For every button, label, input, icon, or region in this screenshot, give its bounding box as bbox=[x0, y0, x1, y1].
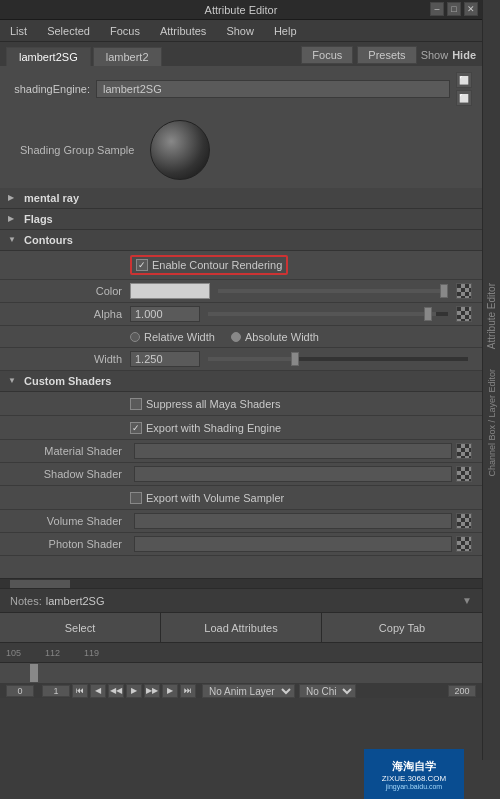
transport-end[interactable]: ⏭ bbox=[180, 684, 196, 698]
notes-dropdown-arrow[interactable]: ▼ bbox=[462, 595, 472, 606]
transport-prev[interactable]: ◀ bbox=[90, 684, 106, 698]
close-button[interactable]: ✕ bbox=[464, 2, 478, 16]
alpha-value bbox=[130, 306, 472, 322]
current-frame-input[interactable] bbox=[42, 685, 70, 697]
export-shading-engine-checkbox[interactable] bbox=[130, 422, 142, 434]
chi-layer-select[interactable]: No Chi bbox=[299, 684, 356, 698]
section-contours[interactable]: ▼ Contours bbox=[0, 230, 482, 251]
transport-play[interactable]: ▶ bbox=[126, 684, 142, 698]
enable-contour-rendering-label: Enable Contour Rendering bbox=[152, 259, 282, 271]
alpha-row: Alpha bbox=[0, 303, 482, 326]
tab-lambert2sg[interactable]: lambert2SG bbox=[6, 47, 91, 66]
presets-button[interactable]: Presets bbox=[357, 46, 416, 64]
menu-selected[interactable]: Selected bbox=[43, 23, 94, 39]
transport-next[interactable]: ▶ bbox=[162, 684, 178, 698]
section-custom-shaders[interactable]: ▼ Custom Shaders bbox=[0, 371, 482, 392]
transport-play-fwd[interactable]: ▶▶ bbox=[144, 684, 160, 698]
alpha-input[interactable] bbox=[130, 306, 200, 322]
timeline-slider[interactable] bbox=[30, 664, 38, 682]
custom-shaders-title: Custom Shaders bbox=[24, 375, 111, 387]
menu-attributes[interactable]: Attributes bbox=[156, 23, 210, 39]
transport-play-back[interactable]: ◀◀ bbox=[108, 684, 124, 698]
watermark-line2: ZIXUE.3068.COM bbox=[382, 774, 446, 783]
section-mentalray[interactable]: ▶ mental ray bbox=[0, 188, 482, 209]
color-label: Color bbox=[20, 285, 130, 297]
photon-shader-input[interactable] bbox=[134, 536, 452, 552]
enable-contour-rendering-highlight: Enable Contour Rendering bbox=[130, 255, 288, 275]
export-volume-sampler-label: Export with Volume Sampler bbox=[146, 492, 284, 504]
alpha-slider-thumb[interactable] bbox=[424, 307, 432, 321]
shading-engine-label: shadingEngine: bbox=[10, 83, 90, 95]
section-flags[interactable]: ▶ Flags bbox=[0, 209, 482, 230]
color-value bbox=[130, 283, 472, 299]
volume-shader-checker[interactable] bbox=[456, 513, 472, 529]
show-link[interactable]: Show bbox=[421, 49, 449, 61]
shadow-shader-checker[interactable] bbox=[456, 466, 472, 482]
suppress-maya-shaders-label: Suppress all Maya Shaders bbox=[146, 398, 281, 410]
absolute-width-label: Absolute Width bbox=[245, 331, 319, 343]
horizontal-scrollbar[interactable] bbox=[0, 578, 482, 588]
hide-link[interactable]: Hide bbox=[452, 49, 476, 61]
width-slider-thumb[interactable] bbox=[291, 352, 299, 366]
contours-arrow: ▼ bbox=[8, 235, 18, 245]
horiz-scroll-thumb[interactable] bbox=[10, 580, 70, 588]
menu-list[interactable]: List bbox=[6, 23, 31, 39]
relative-width-group: Relative Width bbox=[130, 331, 215, 343]
minimize-button[interactable]: – bbox=[430, 2, 444, 16]
suppress-maya-shaders-checkbox[interactable] bbox=[130, 398, 142, 410]
export-shading-engine-plain: Export with Shading Engine bbox=[130, 422, 281, 434]
menu-show[interactable]: Show bbox=[222, 23, 258, 39]
content-area[interactable]: ▶ mental ray ▶ Flags ▼ Contours Enable C… bbox=[0, 188, 482, 578]
se-icon-bottom[interactable]: ⬜ bbox=[456, 90, 472, 106]
relative-width-label: Relative Width bbox=[144, 331, 215, 343]
sidebar-label-attribute-editor[interactable]: Attribute Editor bbox=[486, 283, 497, 349]
title-bar-controls: – □ ✕ bbox=[430, 2, 478, 16]
width-input[interactable] bbox=[130, 351, 200, 367]
copy-tab-button[interactable]: Copy Tab bbox=[322, 613, 482, 642]
export-shading-engine-row: Export with Shading Engine bbox=[0, 416, 482, 440]
layer-row: No Anim Layer No Chi bbox=[198, 684, 440, 698]
color-checker-icon[interactable] bbox=[456, 283, 472, 299]
se-icon-top[interactable]: ⬜ bbox=[456, 72, 472, 88]
material-shader-label: Material Shader bbox=[20, 445, 130, 457]
tab-lambert2[interactable]: lambert2 bbox=[93, 47, 162, 66]
timeline-start-input[interactable] bbox=[6, 685, 34, 697]
color-swatch[interactable] bbox=[130, 283, 210, 299]
alpha-checker-icon[interactable] bbox=[456, 306, 472, 322]
color-slider-thumb[interactable] bbox=[440, 284, 448, 298]
shadow-shader-row: Shadow Shader bbox=[0, 463, 482, 486]
transport-controls: ⏮ ◀ ◀◀ ▶ ▶▶ ▶ ⏭ bbox=[72, 684, 196, 698]
export-volume-sampler-checkbox[interactable] bbox=[130, 492, 142, 504]
material-shader-checker[interactable] bbox=[456, 443, 472, 459]
photon-shader-row: Photon Shader bbox=[0, 533, 482, 556]
material-shader-input[interactable] bbox=[134, 443, 452, 459]
photon-shader-checker[interactable] bbox=[456, 536, 472, 552]
shading-group-sample-sphere bbox=[150, 120, 210, 180]
tl-num-105: 105 bbox=[6, 648, 21, 658]
sidebar-label-channel-box[interactable]: Channel Box / Layer Editor bbox=[487, 369, 497, 477]
tl-num-119: 119 bbox=[84, 648, 99, 658]
menu-help[interactable]: Help bbox=[270, 23, 301, 39]
timeline-end-input[interactable] bbox=[448, 685, 476, 697]
focus-button[interactable]: Focus bbox=[301, 46, 353, 64]
se-icon-group: ⬜ ⬜ bbox=[456, 72, 472, 106]
maximize-button[interactable]: □ bbox=[447, 2, 461, 16]
shading-engine-input[interactable] bbox=[96, 80, 450, 98]
shadow-shader-input[interactable] bbox=[134, 466, 452, 482]
timeline-bar[interactable] bbox=[0, 663, 482, 683]
transport-start[interactable]: ⏮ bbox=[72, 684, 88, 698]
timeline-bottom: ⏮ ◀ ◀◀ ▶ ▶▶ ▶ ⏭ No Anim Layer bbox=[0, 683, 482, 698]
menu-bar: List Selected Focus Attributes Show Help bbox=[0, 20, 482, 42]
select-button[interactable]: Select bbox=[0, 613, 161, 642]
suppress-maya-shaders-plain: Suppress all Maya Shaders bbox=[130, 398, 281, 410]
suppress-maya-shaders-row: Suppress all Maya Shaders bbox=[0, 392, 482, 416]
load-attributes-button[interactable]: Load Attributes bbox=[161, 613, 322, 642]
custom-shaders-arrow: ▼ bbox=[8, 376, 18, 386]
enable-contour-rendering-checkbox[interactable] bbox=[136, 259, 148, 271]
anim-layer-select[interactable]: No Anim Layer bbox=[202, 684, 295, 698]
relative-width-radio[interactable] bbox=[130, 332, 140, 342]
menu-focus[interactable]: Focus bbox=[106, 23, 144, 39]
absolute-width-radio[interactable] bbox=[231, 332, 241, 342]
timeline-numbers: 105 112 119 bbox=[6, 648, 99, 658]
volume-shader-input[interactable] bbox=[134, 513, 452, 529]
